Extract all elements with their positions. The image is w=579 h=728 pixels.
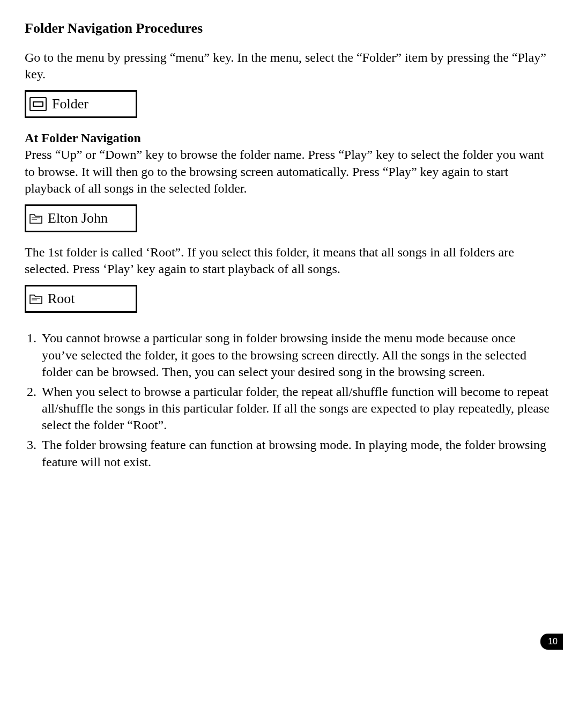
section-heading: Folder Navigation Procedures <box>25 20 554 36</box>
lcd-label: Folder <box>52 96 88 112</box>
lcd-label: Elton John <box>48 210 108 226</box>
list-item: When you select to browse a particular f… <box>40 384 554 434</box>
list-item: You cannot browse a particular song in f… <box>40 330 554 380</box>
list-item: The folder browsing feature can function… <box>40 437 554 470</box>
lcd-folder-elton: Elton John <box>25 204 137 232</box>
folder-icon <box>29 293 42 304</box>
lcd-folder-root: Root <box>25 285 137 313</box>
folder-icon <box>29 213 42 224</box>
notes-list: You cannot browse a particular song in f… <box>25 330 554 470</box>
paragraph-1: Press “Up” or “Down” key to browse the f… <box>25 146 554 197</box>
subsection-heading: At Folder Navigation <box>25 131 554 145</box>
lcd-label: Root <box>48 291 75 307</box>
lcd-folder-menu: Folder <box>25 90 137 118</box>
page-number-badge: 10 <box>540 634 563 650</box>
menu-icon <box>29 97 47 111</box>
paragraph-2: The 1st folder is called ‘Root”. If you … <box>25 244 554 277</box>
intro-paragraph: Go to the menu by pressing “menu” key. I… <box>25 49 554 83</box>
